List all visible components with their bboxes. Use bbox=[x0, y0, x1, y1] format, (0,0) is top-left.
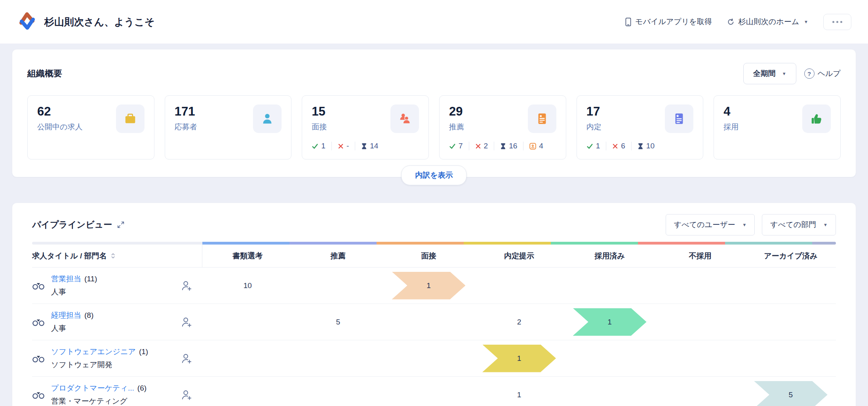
stage-count[interactable]: 5 bbox=[336, 318, 341, 326]
pipeline-cell bbox=[383, 304, 474, 340]
pipeline-cell bbox=[293, 268, 384, 304]
stage-column-header[interactable]: 内定提示 bbox=[474, 251, 565, 261]
job-department: 営業・マーケティング bbox=[51, 396, 147, 406]
binoculars-icon bbox=[32, 390, 45, 399]
stat-value: 17 bbox=[586, 104, 602, 119]
get-mobile-app-label: モバイルアプリを取得 bbox=[635, 17, 712, 27]
hourglass-icon bbox=[500, 143, 506, 150]
stat-icon-badge bbox=[802, 104, 831, 133]
substat-value: 16 bbox=[509, 142, 517, 150]
job-candidate-count: (8) bbox=[84, 311, 93, 319]
stat-substat: 1 bbox=[312, 142, 331, 150]
job-title-link[interactable]: ソフトウェアエンジニア bbox=[51, 347, 136, 356]
stat-value: 62 bbox=[37, 104, 82, 119]
more-options-button[interactable] bbox=[823, 14, 851, 30]
job-title-link[interactable]: 営業担当 bbox=[51, 275, 81, 283]
stat-substat: 6 bbox=[606, 142, 631, 150]
job-title-column-header[interactable]: 求人タイトル / 部門名 bbox=[32, 245, 202, 267]
stage-column-header[interactable]: 採用済み bbox=[564, 251, 655, 261]
pipeline-cell bbox=[293, 340, 384, 376]
stage-count[interactable]: 1 bbox=[517, 391, 522, 399]
stage-bar-segment bbox=[32, 242, 202, 245]
stage-bar-segment bbox=[377, 242, 464, 245]
table-row: ソフトウェアエンジニア(1) ソフトウェア開発 1 bbox=[32, 340, 836, 377]
stage-bar-endcap bbox=[812, 242, 836, 245]
stage-arrow[interactable]: 1 bbox=[392, 272, 465, 300]
help-label: ヘルプ bbox=[818, 68, 841, 79]
users-filter-value: すべてのユーザー bbox=[674, 220, 735, 230]
stat-substat: 2 bbox=[469, 142, 494, 150]
stat-cards-row: 62 公開中の求人 171 応募者 15 面接 1-14 29 推薦 bbox=[27, 95, 841, 159]
stat-label: 内定 bbox=[586, 122, 602, 132]
person-add-icon[interactable] bbox=[181, 353, 192, 364]
departments-filter-dropdown[interactable]: すべての部門 ▼ bbox=[762, 214, 836, 235]
stat-icon-badge bbox=[665, 104, 693, 133]
stage-bar-segment bbox=[725, 242, 812, 245]
stat-substat: - bbox=[331, 142, 355, 150]
stat-substat: 7 bbox=[449, 142, 469, 150]
get-mobile-app-link[interactable]: モバイルアプリを取得 bbox=[625, 17, 712, 27]
table-row: 経理担当(8) 人事 521 bbox=[32, 304, 836, 340]
binoculars-icon bbox=[32, 281, 45, 290]
chevron-down-icon: ▼ bbox=[823, 222, 828, 227]
stat-card[interactable]: 62 公開中の求人 bbox=[27, 95, 154, 159]
offer-icon bbox=[672, 112, 686, 125]
stat-value: 15 bbox=[312, 104, 327, 119]
stage-column-header[interactable]: 不採用 bbox=[655, 251, 746, 261]
stat-card[interactable]: 171 応募者 bbox=[165, 95, 292, 159]
stat-card[interactable]: 4 採用 bbox=[714, 95, 841, 159]
pipeline-cell bbox=[745, 340, 836, 376]
pipeline-cell bbox=[202, 340, 293, 376]
stage-count[interactable]: 10 bbox=[244, 281, 252, 290]
check-icon bbox=[449, 143, 456, 150]
pipeline-table: 求人タイトル / 部門名 書類選考推薦面接内定提示採用済み不採用アーカイブ済み … bbox=[32, 242, 836, 406]
stat-value: 171 bbox=[175, 104, 197, 119]
help-link[interactable]: ? ヘルプ bbox=[804, 68, 841, 79]
stat-label: 応募者 bbox=[175, 122, 197, 132]
stat-label: 面接 bbox=[312, 122, 327, 132]
home-switcher-dropdown[interactable]: 杉山則次のホーム ▼ bbox=[727, 17, 808, 27]
stat-icon-badge bbox=[253, 104, 282, 133]
pipeline-title: パイプラインビュー bbox=[32, 219, 125, 231]
x-icon bbox=[475, 143, 481, 149]
expand-icon[interactable] bbox=[117, 221, 125, 229]
job-title-column-label: 求人タイトル / 部門名 bbox=[32, 251, 107, 261]
stage-arrow[interactable]: 1 bbox=[573, 308, 647, 336]
stat-value: 29 bbox=[449, 104, 464, 119]
check-icon bbox=[586, 143, 593, 150]
job-title-link[interactable]: プロダクトマーケティ... bbox=[51, 384, 134, 392]
stat-card[interactable]: 29 推薦 72164 bbox=[439, 95, 566, 159]
stage-arrow[interactable]: 1 bbox=[482, 345, 556, 372]
pipeline-table-header: 求人タイトル / 部門名 書類選考推薦面接内定提示採用済み不採用アーカイブ済み bbox=[32, 245, 836, 268]
stage-bar-segment bbox=[551, 242, 638, 245]
stat-label: 採用 bbox=[723, 122, 739, 132]
stage-column-header[interactable]: 面接 bbox=[383, 251, 474, 261]
stage-bar-segment bbox=[638, 242, 725, 245]
stage-count[interactable]: 2 bbox=[517, 318, 522, 326]
app-header: 杉山則次さん、ようこそ モバイルアプリを取得 杉山則次のホーム ▼ bbox=[0, 0, 868, 44]
person-add-icon[interactable] bbox=[181, 317, 192, 328]
job-title-link[interactable]: 経理担当 bbox=[51, 311, 81, 319]
stat-card[interactable]: 15 面接 1-14 bbox=[302, 95, 429, 159]
binoculars-icon bbox=[32, 354, 45, 363]
stat-card[interactable]: 17 内定 1610 bbox=[577, 95, 704, 159]
sort-icon[interactable] bbox=[111, 253, 115, 259]
stage-column-header[interactable]: 推薦 bbox=[293, 251, 384, 261]
pipeline-cell: 5 bbox=[293, 304, 384, 340]
stat-substat: 14 bbox=[355, 142, 384, 150]
stage-column-header[interactable]: 書類選考 bbox=[202, 251, 293, 261]
job-candidate-count: (1) bbox=[139, 347, 148, 356]
users-filter-dropdown[interactable]: すべてのユーザー ▼ bbox=[666, 214, 755, 235]
substat-value: 7 bbox=[459, 142, 463, 150]
person-add-icon[interactable] bbox=[181, 280, 192, 291]
stage-column-header[interactable]: アーカイブ済み bbox=[745, 251, 836, 261]
pipeline-cell bbox=[564, 377, 655, 406]
period-filter-dropdown[interactable]: 全期間 ▼ bbox=[743, 63, 796, 84]
pipeline-cell bbox=[202, 304, 293, 340]
substat-value: 1 bbox=[321, 142, 326, 150]
pipeline-table-body: 営業担当(11) 人事 101 経理担当(8) 人事 521 ソフトウェアエンジ… bbox=[32, 268, 836, 406]
stat-value: 4 bbox=[723, 104, 739, 119]
stage-arrow[interactable]: 5 bbox=[754, 381, 828, 406]
show-breakdown-button[interactable]: 内訳を表示 bbox=[401, 165, 466, 185]
person-add-icon[interactable] bbox=[181, 389, 192, 400]
